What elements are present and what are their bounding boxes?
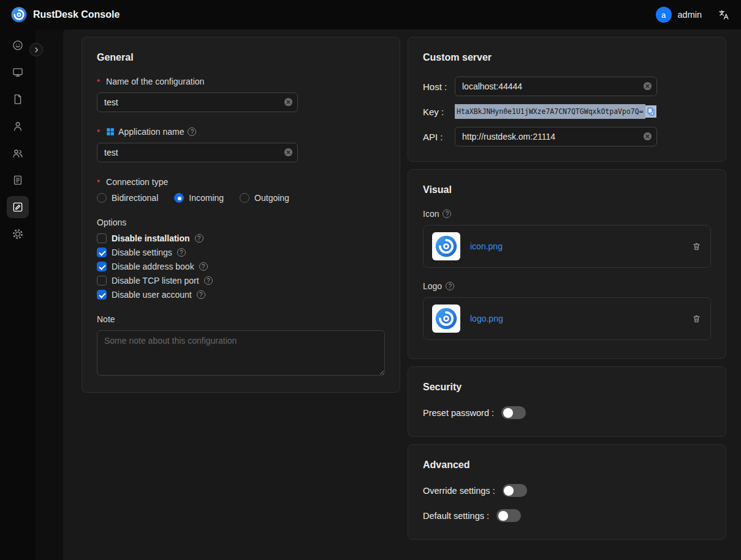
clear-icon[interactable]	[284, 148, 293, 157]
radio-dot[interactable]	[97, 193, 107, 203]
note-label: Note	[97, 314, 385, 324]
host-input[interactable]	[455, 77, 657, 96]
advanced-card: Advanced Override settings : Default set…	[408, 444, 726, 540]
sidebar-item-configurations[interactable]	[7, 196, 29, 218]
app-header: RustDesk Console a admin	[0, 0, 741, 29]
preset-password-label: Preset password :	[423, 408, 494, 418]
rustdesk-logo-icon	[435, 308, 457, 330]
edit-form-icon	[12, 201, 24, 213]
default-settings-label: Default settings :	[423, 511, 489, 521]
app-title: RustDesk Console	[33, 9, 120, 20]
checkbox[interactable]	[97, 233, 107, 243]
checkbox-label: Disable TCP listen port	[112, 276, 199, 286]
logo-thumbnail	[432, 305, 460, 333]
connection-type-field: Connection type Bidirectional Incoming	[97, 177, 385, 203]
icon-file-link[interactable]: icon.png	[470, 241, 503, 251]
radio-label: Outgoing	[254, 193, 289, 203]
connection-type-label: Connection type	[97, 177, 385, 187]
option-disable-settings: Disable settings	[97, 248, 385, 257]
smile-icon	[12, 39, 24, 51]
copy-icon[interactable]	[645, 105, 656, 118]
visual-card: Visual Icon	[408, 169, 726, 359]
logo-file-link[interactable]: logo.png	[470, 314, 503, 324]
help-icon	[177, 248, 186, 257]
config-name-input[interactable]	[97, 93, 298, 112]
checkbox-label: Disable address book	[112, 262, 194, 271]
logo-label: Logo	[423, 281, 711, 291]
icon-label-text: Icon	[423, 209, 439, 219]
api-row: API :	[423, 127, 711, 146]
host-label: Host :	[423, 81, 455, 92]
default-settings-row: Default settings :	[423, 509, 711, 522]
clear-icon[interactable]	[643, 81, 652, 91]
application-name-label-text: Application name	[118, 127, 184, 137]
checkbox[interactable]	[97, 276, 107, 286]
user-icon	[12, 120, 24, 132]
language-icon[interactable]	[718, 9, 730, 21]
api-label: API :	[423, 132, 455, 142]
checkbox-label: Disable user account	[112, 290, 192, 300]
options-label-text: Options	[97, 218, 126, 227]
logo-file-box: logo.png	[423, 297, 711, 340]
avatar[interactable]: a	[656, 7, 672, 23]
logo-upload-section: Logo	[423, 281, 711, 340]
clear-icon[interactable]	[284, 97, 293, 107]
user-menu[interactable]: a admin	[656, 7, 702, 23]
sidebar-item-devices[interactable]	[7, 61, 29, 83]
sidebar-item-settings[interactable]	[7, 223, 29, 245]
sidebar-item-documents[interactable]	[7, 88, 29, 110]
file-icon	[12, 93, 24, 105]
preset-password-toggle[interactable]	[501, 406, 526, 419]
security-title: Security	[423, 382, 711, 393]
options-field: Options Disable installation Disable set…	[97, 218, 385, 300]
option-disable-address-book: Disable address book	[97, 262, 385, 271]
icon-file-box: icon.png	[423, 225, 711, 268]
sidebar	[0, 29, 36, 560]
log-book-icon	[12, 174, 24, 186]
api-input[interactable]	[455, 127, 657, 146]
radio-bidirectional[interactable]: Bidirectional	[97, 193, 158, 203]
sidebar-item-status[interactable]	[7, 34, 29, 56]
team-icon	[12, 147, 24, 159]
trash-icon[interactable]	[691, 314, 702, 324]
content-panel: General Name of the configuration	[63, 29, 741, 560]
application-name-input[interactable]	[97, 143, 298, 162]
sidebar-collapse-button[interactable]	[29, 43, 43, 56]
checkbox[interactable]	[97, 290, 107, 300]
help-icon	[204, 276, 213, 285]
note-textarea[interactable]	[97, 330, 385, 376]
checkbox[interactable]	[97, 248, 107, 257]
radio-label: Bidirectional	[112, 193, 158, 203]
help-icon	[188, 127, 196, 136]
security-card: Security Preset password :	[408, 366, 726, 437]
rustdesk-logo-icon	[435, 235, 457, 257]
sidebar-item-logs[interactable]	[7, 169, 29, 191]
key-row: Key : HtaXBkJNHyn0e1U1jWXze7A7CN7QTGWqxk…	[423, 104, 711, 119]
config-name-field: Name of the configuration	[97, 77, 385, 112]
override-settings-row: Override settings :	[423, 484, 711, 497]
custom-server-title: Custom server	[423, 52, 711, 63]
clear-icon[interactable]	[643, 132, 652, 141]
radio-incoming[interactable]: Incoming	[174, 193, 224, 203]
options-label: Options	[97, 218, 385, 227]
advanced-title: Advanced	[423, 460, 711, 471]
chevron-right-icon	[33, 47, 40, 53]
radio-dot[interactable]	[240, 193, 249, 203]
help-icon	[443, 210, 451, 218]
icon-thumbnail	[432, 232, 460, 260]
sidebar-item-users[interactable]	[7, 115, 29, 137]
default-settings-toggle[interactable]	[496, 509, 521, 522]
help-icon	[446, 282, 454, 290]
checkbox[interactable]	[97, 262, 107, 271]
note-label-text: Note	[97, 314, 115, 324]
trash-icon[interactable]	[691, 241, 702, 252]
override-settings-toggle[interactable]	[503, 484, 527, 497]
radio-dot[interactable]	[174, 193, 184, 203]
username: admin	[678, 10, 702, 20]
radio-outgoing[interactable]: Outgoing	[240, 193, 289, 203]
help-icon	[195, 234, 203, 243]
sidebar-item-groups[interactable]	[7, 142, 29, 164]
help-icon	[199, 262, 208, 271]
icon-upload-section: Icon	[423, 209, 711, 268]
gear-icon	[12, 228, 24, 240]
